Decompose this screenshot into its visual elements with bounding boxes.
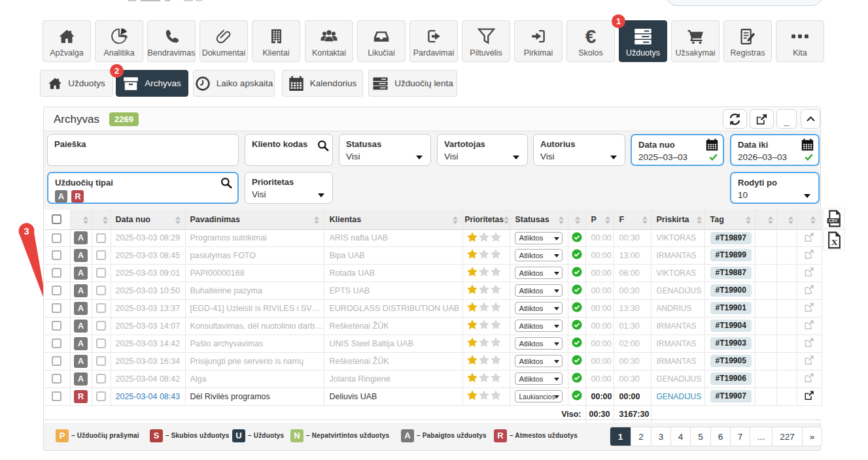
svg-text:3: 3 <box>24 226 29 237</box>
svg-text:X: X <box>831 237 837 246</box>
svg-text:CSV: CSV <box>828 218 837 223</box>
